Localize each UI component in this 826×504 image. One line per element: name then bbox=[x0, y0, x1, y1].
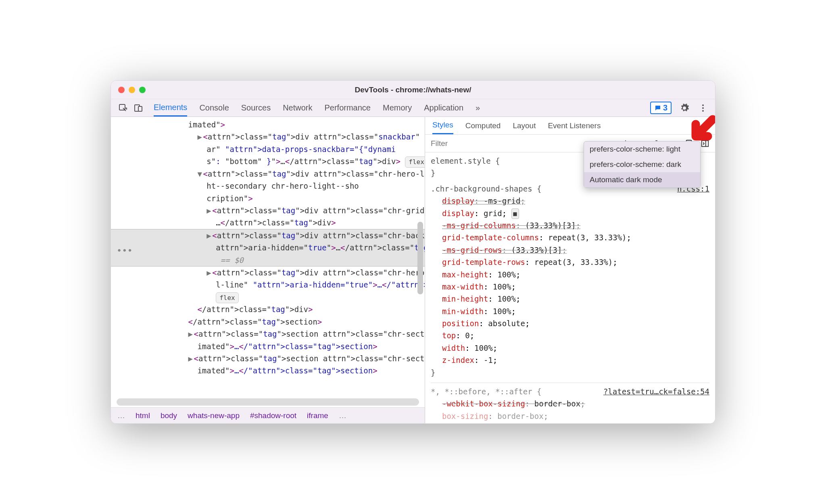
rule2-selector: *, *::before, *::after { bbox=[431, 387, 542, 396]
crumb-html[interactable]: html bbox=[136, 411, 150, 420]
tab-memory[interactable]: Memory bbox=[383, 99, 412, 117]
subtab-layout[interactable]: Layout bbox=[513, 117, 536, 134]
dom-row[interactable]: </attrn">class="tag">section> bbox=[111, 316, 425, 328]
css-declaration[interactable]: -webkit-box-sizing: border-box; bbox=[431, 398, 709, 410]
window-controls bbox=[118, 87, 146, 93]
dom-row[interactable]: ▶<attrn">class="tag">div attrn">class="c… bbox=[111, 204, 425, 217]
css-declaration[interactable]: display: -ms-grid; bbox=[431, 195, 709, 207]
dom-row[interactable]: imated">…</"attrn">class="tag">section> bbox=[111, 364, 425, 377]
styles-panel: Styles Computed Layout Event Listeners »… bbox=[425, 117, 715, 423]
css-declaration[interactable]: min-width: 100%; bbox=[431, 305, 709, 317]
css-declaration[interactable]: box-sizing: border-box; bbox=[431, 410, 709, 422]
css-declaration[interactable]: -ms-grid-rows: (33.33%)[3]; bbox=[431, 244, 709, 256]
main-tabs: Elements Console Sources Network Perform… bbox=[154, 99, 480, 117]
tab-network[interactable]: Network bbox=[283, 99, 312, 117]
css-declaration[interactable]: position: absolute; bbox=[431, 317, 709, 329]
inspect-element-icon[interactable] bbox=[117, 102, 129, 114]
crumb-body[interactable]: body bbox=[161, 411, 177, 420]
css-declaration[interactable]: max-width: 100%; bbox=[431, 281, 709, 293]
breadcrumb: … html body whats-new-app #shadow-root i… bbox=[111, 407, 425, 423]
css-declaration[interactable]: max-height: 100%; bbox=[431, 269, 709, 281]
subtab-computed[interactable]: Computed bbox=[465, 117, 501, 134]
css-declaration[interactable]: z-index: -1; bbox=[431, 354, 709, 366]
dom-row[interactable]: ▶<attrn">class="tag">div attrn">class="c… bbox=[111, 229, 425, 242]
minimize-window-button[interactable] bbox=[129, 87, 135, 93]
svg-point-5 bbox=[702, 110, 704, 112]
elements-dom-panel: imated"> ▶<attrn">class="tag">div attrn"… bbox=[111, 117, 425, 423]
css-declaration[interactable]: top: 0; bbox=[431, 329, 709, 342]
grid-overlay-icon[interactable]: ▦ bbox=[511, 208, 519, 219]
crumb-iframe[interactable]: iframe bbox=[307, 411, 328, 420]
dom-tree[interactable]: imated"> ▶<attrn">class="tag">div attrn"… bbox=[111, 117, 425, 398]
rule-selector: .chr-background-shapes { bbox=[431, 184, 542, 193]
popup-item-dark[interactable]: prefers-color-scheme: dark bbox=[584, 157, 700, 172]
dom-row[interactable]: ar" "attrn">data-props-snackbar="{"dynam… bbox=[111, 143, 425, 155]
messages-count: 3 bbox=[663, 103, 667, 112]
tab-sources[interactable]: Sources bbox=[241, 99, 271, 117]
annotation-arrow-icon bbox=[688, 115, 715, 144]
css-declaration[interactable]: display: grid; ▦ bbox=[431, 207, 709, 219]
css-declaration[interactable]: -ms-grid-columns: (33.33%)[3]; bbox=[431, 219, 709, 231]
crumb-shadow[interactable]: #shadow-root bbox=[250, 411, 296, 420]
dom-row[interactable]: s": "bottom" }">…</attrn">class="tag">di… bbox=[111, 155, 425, 168]
dom-row[interactable]: ▶<attrn">class="tag">section attrn">clas… bbox=[111, 328, 425, 340]
dom-row[interactable]: ▶<attrn">class="tag">div attrn">class="c… bbox=[111, 267, 425, 279]
rule-close: } bbox=[431, 367, 709, 379]
rule2-source-link[interactable]: ?latest=tru…ck=false:54 bbox=[603, 385, 709, 398]
devtools-window: DevTools - chrome://whats-new/ Elements … bbox=[111, 80, 715, 424]
main-toolbar: Elements Console Sources Network Perform… bbox=[111, 99, 715, 117]
popup-item-auto-dark[interactable]: Automatic dark mode bbox=[584, 172, 700, 187]
dom-row[interactable]: == $0 bbox=[111, 254, 425, 267]
svg-rect-2 bbox=[138, 106, 142, 111]
crumb-app[interactable]: whats-new-app bbox=[188, 411, 240, 420]
subtab-styles[interactable]: Styles bbox=[432, 117, 453, 134]
device-toggle-icon[interactable] bbox=[133, 102, 144, 114]
settings-gear-icon[interactable] bbox=[679, 102, 690, 114]
svg-point-4 bbox=[702, 107, 704, 109]
popup-item-light[interactable]: prefers-color-scheme: light bbox=[584, 142, 700, 157]
styles-subtabs: Styles Computed Layout Event Listeners » bbox=[425, 117, 715, 135]
crumb-more-left[interactable]: … bbox=[117, 411, 125, 420]
tab-performance[interactable]: Performance bbox=[325, 99, 371, 117]
dom-horizontal-scrollbar[interactable] bbox=[117, 398, 419, 406]
messages-badge[interactable]: 3 bbox=[650, 102, 672, 114]
maximize-window-button[interactable] bbox=[139, 87, 146, 93]
dom-vertical-scrollbar[interactable] bbox=[417, 222, 423, 294]
more-tabs-icon[interactable]: » bbox=[476, 99, 480, 117]
dom-row[interactable]: cription"> bbox=[111, 192, 425, 204]
css-declaration[interactable]: min-height: 100%; bbox=[431, 293, 709, 305]
dom-row[interactable]: ht--secondary chr-hero-light--sho bbox=[111, 180, 425, 192]
window-title: DevTools - chrome://whats-new/ bbox=[111, 85, 715, 94]
dom-row[interactable]: ▼<attrn">class="tag">div attrn">class="c… bbox=[111, 168, 425, 180]
css-declaration[interactable]: width: 100%; bbox=[431, 342, 709, 354]
kebab-menu-icon[interactable] bbox=[697, 102, 709, 114]
dom-row[interactable]: l-line" "attrn">aria-hidden="true">…</"a… bbox=[111, 279, 425, 291]
dom-row[interactable]: attrn">aria-hidden="true">…</attrn">clas… bbox=[111, 242, 425, 254]
tab-elements[interactable]: Elements bbox=[154, 99, 187, 117]
subtab-listeners[interactable]: Event Listeners bbox=[548, 117, 601, 134]
css-declaration[interactable]: grid-template-rows: repeat(3, 33.33%); bbox=[431, 256, 709, 268]
tab-application[interactable]: Application bbox=[424, 99, 463, 117]
close-window-button[interactable] bbox=[118, 87, 125, 93]
tab-console[interactable]: Console bbox=[199, 99, 229, 117]
selected-row-gutter: ••• bbox=[111, 244, 133, 258]
styles-rules[interactable]: element.style { } n.css:1 .chr-backgroun… bbox=[425, 152, 715, 423]
svg-point-3 bbox=[702, 104, 704, 106]
dom-row[interactable]: flex bbox=[111, 291, 425, 304]
titlebar: DevTools - chrome://whats-new/ bbox=[111, 81, 715, 99]
rendering-emulation-popup: prefers-color-scheme: light prefers-colo… bbox=[584, 141, 701, 188]
dom-row[interactable]: ▶<attrn">class="tag">section attrn">clas… bbox=[111, 352, 425, 364]
dom-row[interactable]: imated"> bbox=[111, 119, 425, 131]
dom-row[interactable]: ▶<attrn">class="tag">div attrn">class="s… bbox=[111, 131, 425, 143]
dom-row[interactable]: </attrn">class="tag">div> bbox=[111, 303, 425, 315]
crumb-more-right[interactable]: … bbox=[339, 411, 346, 420]
dom-row[interactable]: imated">…</"attrn">class="tag">section> bbox=[111, 340, 425, 352]
dom-row[interactable]: …</attrn">class="tag">div> bbox=[111, 217, 425, 229]
css-declaration[interactable]: grid-template-columns: repeat(3, 33.33%)… bbox=[431, 231, 709, 244]
